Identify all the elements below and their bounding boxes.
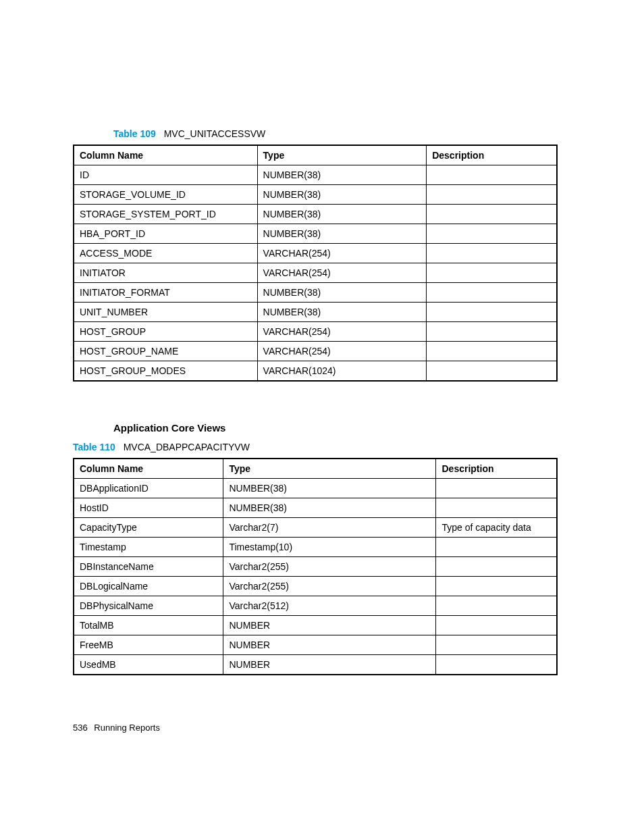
cell-column-name: Timestamp [74,538,223,557]
cell-type: VARCHAR(1024) [257,361,427,382]
table-header-row: Column Name Type Description [74,459,557,479]
table-row: TotalMB NUMBER [74,616,557,635]
table-row: STORAGE_SYSTEM_PORT_ID NUMBER(38) [74,205,557,224]
cell-column-name: UNIT_NUMBER [74,303,257,322]
table-110-name: MVCA_DBAPPCAPACITYVW [124,442,250,452]
cell-type: VARCHAR(254) [257,263,427,283]
table-row: INITIATOR_FORMAT NUMBER(38) [74,283,557,303]
col-header-type: Type [257,145,427,165]
cell-description [436,635,557,655]
cell-description [427,263,557,283]
cell-column-name: HOST_GROUP [74,322,257,342]
page-number: 536 [73,723,88,733]
cell-column-name: UsedMB [74,655,223,675]
cell-type: NUMBER [223,616,436,635]
cell-description [436,596,557,616]
table-row: UNIT_NUMBER NUMBER(38) [74,303,557,322]
cell-description [427,165,557,185]
cell-description [436,655,557,675]
table-row: UsedMB NUMBER [74,655,557,675]
cell-type: NUMBER(38) [257,185,427,205]
cell-type: VARCHAR(254) [257,342,427,361]
table-109-caption: Table 109 MVC_UNITACCESSVW [73,128,558,139]
table-row: DBLogicalName Varchar2(255) [74,577,557,596]
cell-type: Varchar2(512) [223,596,436,616]
cell-type: NUMBER(38) [257,165,427,185]
cell-description [427,322,557,342]
cell-column-name: CapacityType [74,518,223,538]
cell-column-name: STORAGE_SYSTEM_PORT_ID [74,205,257,224]
table-header-row: Column Name Type Description [74,145,557,165]
table-row: DBApplicationID NUMBER(38) [74,479,557,498]
cell-description [427,342,557,361]
cell-type: NUMBER(38) [257,224,427,244]
col-header-description: Description [436,459,557,479]
table-row: HOST_GROUP_MODES VARCHAR(1024) [74,361,557,382]
cell-type: NUMBER [223,655,436,675]
table-row: DBInstanceName Varchar2(255) [74,557,557,577]
cell-description [436,498,557,518]
table-110-caption: Table 110 MVCA_DBAPPCAPACITYVW [73,442,558,452]
col-header-column-name: Column Name [74,459,223,479]
table-row: HOST_GROUP VARCHAR(254) [74,322,557,342]
cell-description [436,557,557,577]
cell-description [436,479,557,498]
cell-description [436,538,557,557]
cell-description [436,577,557,596]
cell-type: NUMBER(38) [223,498,436,518]
table-110-body: DBApplicationID NUMBER(38) HostID NUMBER… [74,479,557,675]
cell-type: NUMBER(38) [257,283,427,303]
col-header-description: Description [427,145,557,165]
table-row: INITIATOR VARCHAR(254) [74,263,557,283]
cell-description [436,616,557,635]
footer-section: Running Reports [94,723,160,733]
cell-type: Varchar2(7) [223,518,436,538]
table-109-body: ID NUMBER(38) STORAGE_VOLUME_ID NUMBER(3… [74,165,557,382]
cell-description [427,205,557,224]
table-row: HBA_PORT_ID NUMBER(38) [74,224,557,244]
cell-column-name: INITIATOR [74,263,257,283]
cell-column-name: DBInstanceName [74,557,223,577]
table-row: FreeMB NUMBER [74,635,557,655]
table-110-label: Table 110 [73,442,115,452]
cell-type: NUMBER(38) [223,479,436,498]
table-row: ID NUMBER(38) [74,165,557,185]
table-109-label: Table 109 [113,128,156,139]
table-row: HOST_GROUP_NAME VARCHAR(254) [74,342,557,361]
cell-description [427,244,557,263]
cell-column-name: TotalMB [74,616,223,635]
cell-type: Timestamp(10) [223,538,436,557]
cell-type: Varchar2(255) [223,557,436,577]
cell-column-name: HOST_GROUP_NAME [74,342,257,361]
table-109: Column Name Type Description ID NUMBER(3… [73,145,558,382]
cell-type: Varchar2(255) [223,577,436,596]
cell-type: NUMBER(38) [257,303,427,322]
table-row: ACCESS_MODE VARCHAR(254) [74,244,557,263]
cell-description [427,283,557,303]
section-heading-application-core-views: Application Core Views [73,422,558,434]
table-row: STORAGE_VOLUME_ID NUMBER(38) [74,185,557,205]
table-110: Column Name Type Description DBApplicati… [73,458,558,675]
cell-column-name: ID [74,165,257,185]
cell-type: NUMBER(38) [257,205,427,224]
table-row: DBPhysicalName Varchar2(512) [74,596,557,616]
page-footer: 536 Running Reports [73,723,160,733]
cell-description [427,303,557,322]
cell-type: NUMBER [223,635,436,655]
cell-description: Type of capacity data [436,518,557,538]
cell-column-name: FreeMB [74,635,223,655]
cell-column-name: ACCESS_MODE [74,244,257,263]
table-row: CapacityType Varchar2(7) Type of capacit… [74,518,557,538]
cell-type: VARCHAR(254) [257,322,427,342]
cell-column-name: DBApplicationID [74,479,223,498]
col-header-type: Type [223,459,436,479]
col-header-column-name: Column Name [74,145,257,165]
cell-description [427,361,557,382]
cell-column-name: INITIATOR_FORMAT [74,283,257,303]
cell-type: VARCHAR(254) [257,244,427,263]
cell-column-name: STORAGE_VOLUME_ID [74,185,257,205]
table-row: HostID NUMBER(38) [74,498,557,518]
cell-column-name: HBA_PORT_ID [74,224,257,244]
table-109-name: MVC_UNITACCESSVW [164,128,266,139]
cell-column-name: HostID [74,498,223,518]
